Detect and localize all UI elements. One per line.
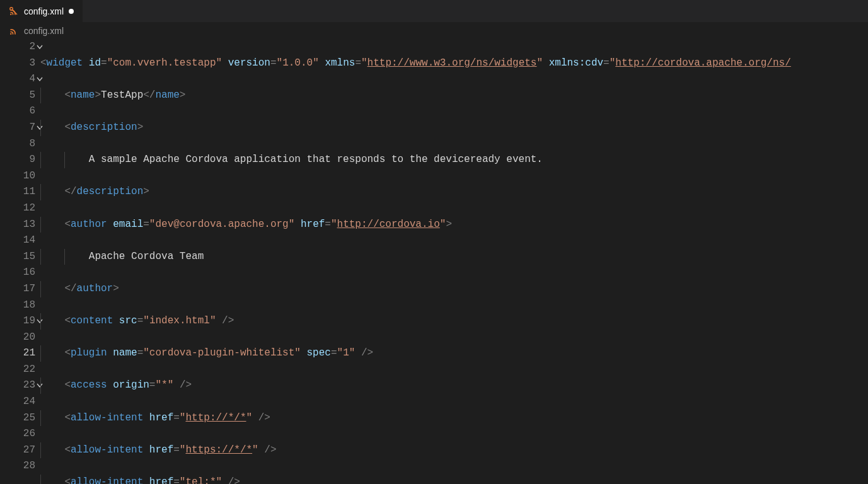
code-line: <author email="dev@cordova.apache.org" h…: [40, 217, 868, 233]
line-number: 10: [0, 168, 35, 185]
line-number: 19: [0, 313, 35, 330]
line-number: 28: [0, 458, 35, 475]
line-number: 3: [0, 55, 35, 72]
line-number: 2: [0, 39, 35, 55]
line-number: 21: [0, 345, 35, 362]
code-line: Apache Cordova Team: [40, 249, 868, 265]
line-number: 20: [0, 330, 35, 346]
code-line: <allow-intent href="http://*/*" />: [40, 410, 868, 427]
line-number: 17: [0, 281, 35, 297]
line-number: 4: [0, 71, 35, 88]
line-number: 12: [0, 200, 35, 217]
svg-point-1: [10, 13, 11, 14]
line-number: 7: [0, 120, 35, 136]
line-number: 8: [0, 136, 35, 153]
line-number: 18: [0, 297, 35, 314]
tab-label: config.xml: [24, 6, 64, 16]
line-number: 6: [0, 103, 35, 120]
breadcrumb[interactable]: config.xml: [0, 23, 868, 39]
line-number: 26: [0, 426, 35, 442]
code-line: <content src="index.html" />: [40, 313, 868, 330]
line-number: 11: [0, 184, 35, 200]
tab-config-xml[interactable]: config.xml: [0, 0, 83, 22]
line-number: 24: [0, 394, 35, 410]
line-number: 13: [0, 217, 35, 233]
tab-bar: config.xml: [0, 0, 868, 23]
code-editor[interactable]: 2 3 4 5 6 7 8 9 10 11 12 13 14 15 16 17 …: [0, 39, 868, 484]
line-number: 15: [0, 249, 35, 265]
code-line: <description>: [40, 120, 868, 136]
xml-file-icon: [9, 6, 19, 16]
line-number: 23: [0, 377, 35, 394]
svg-point-2: [10, 33, 11, 35]
code-line: A sample Apache Cordova application that…: [40, 152, 868, 168]
dirty-indicator-icon: [69, 9, 74, 14]
line-number: 27: [0, 442, 35, 459]
line-number: 9: [0, 152, 35, 168]
xml-file-icon: [9, 26, 19, 36]
line-number: 14: [0, 233, 35, 249]
code-line: <name>TestApp</name>: [40, 88, 868, 104]
code-line: <plugin name="cordova-plugin-whitelist" …: [40, 345, 868, 362]
code-line: <allow-intent href="https://*/*" />: [40, 442, 868, 459]
code-area[interactable]: <widget id="com.vverh.testapp" version="…: [40, 39, 868, 484]
line-number: 25: [0, 410, 35, 427]
code-line: </description>: [40, 184, 868, 200]
code-line: <access origin="*" />: [40, 377, 868, 394]
line-number: 5: [0, 88, 35, 104]
code-line: </author>: [40, 281, 868, 297]
line-number: 16: [0, 265, 35, 281]
breadcrumb-filename: config.xml: [24, 26, 64, 36]
code-line: <allow-intent href="tel:*" />: [40, 475, 868, 484]
line-number-gutter: 2 3 4 5 6 7 8 9 10 11 12 13 14 15 16 17 …: [0, 39, 40, 484]
code-line: <widget id="com.vverh.testapp" version="…: [40, 55, 868, 72]
line-number: 22: [0, 362, 35, 378]
